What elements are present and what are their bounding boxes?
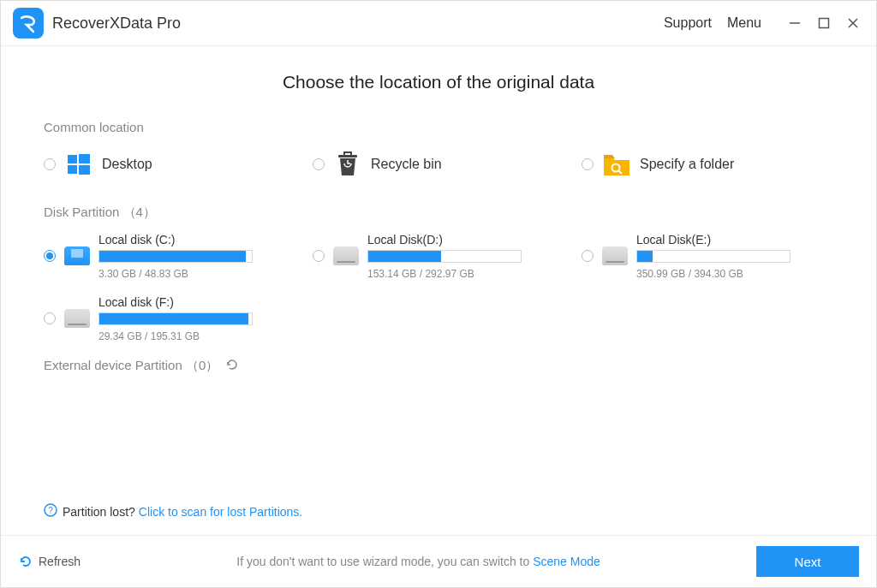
app-title: RecoverXData Pro bbox=[52, 15, 181, 33]
disk-icon-d bbox=[333, 246, 359, 265]
disk-d-name: Local Disk(D:) bbox=[367, 233, 564, 246]
refresh-button[interactable]: Refresh bbox=[18, 554, 81, 569]
radio-folder[interactable] bbox=[582, 158, 594, 170]
desktop-label: Desktop bbox=[102, 157, 152, 172]
folder-label: Specify a folder bbox=[640, 157, 734, 172]
titlebar: RecoverXData Pro Support Menu bbox=[1, 1, 876, 46]
svg-rect-4 bbox=[68, 155, 77, 163]
disk-d-stats: 153.14 GB / 292.97 GB bbox=[367, 268, 564, 280]
disk-f-stats: 29.34 GB / 195.31 GB bbox=[98, 330, 295, 342]
refresh-external-icon[interactable] bbox=[225, 358, 239, 374]
menu-link[interactable]: Menu bbox=[727, 15, 761, 31]
desktop-option[interactable]: Desktop bbox=[44, 146, 295, 182]
radio-disk-e[interactable] bbox=[582, 250, 594, 262]
scene-mode-link[interactable]: Scene Mode bbox=[533, 555, 600, 568]
common-location-row: Desktop Recycle bin Specify a folder bbox=[44, 146, 833, 182]
support-link[interactable]: Support bbox=[664, 15, 712, 31]
recycle-bin-icon bbox=[333, 150, 362, 179]
partition-lost-link[interactable]: Click to scan for lost Partitions. bbox=[139, 505, 302, 519]
section-external-label: External device Partition （0） bbox=[44, 358, 218, 374]
partition-lost-label: Partition lost? bbox=[63, 505, 135, 519]
disk-icon-f bbox=[64, 309, 90, 328]
page-heading: Choose the location of the original data bbox=[44, 72, 833, 92]
disk-icon-e bbox=[602, 246, 628, 265]
svg-rect-7 bbox=[79, 165, 90, 175]
disk-f[interactable]: Local disk (F:) 29.34 GB / 195.31 GB bbox=[44, 295, 295, 342]
svg-rect-5 bbox=[79, 154, 90, 163]
minimize-icon[interactable] bbox=[784, 12, 806, 34]
folder-option[interactable]: Specify a folder bbox=[582, 146, 833, 182]
refresh-label: Refresh bbox=[39, 555, 81, 568]
svg-rect-1 bbox=[820, 19, 829, 28]
next-button[interactable]: Next bbox=[756, 546, 859, 577]
disk-c-bar bbox=[98, 250, 253, 263]
disk-e-stats: 350.99 GB / 394.30 GB bbox=[636, 268, 833, 280]
disk-e-name: Local Disk(E:) bbox=[636, 233, 833, 246]
recycle-label: Recycle bin bbox=[371, 157, 442, 172]
disk-d-bar bbox=[367, 250, 522, 263]
svg-rect-6 bbox=[68, 165, 77, 174]
windows-icon bbox=[64, 150, 93, 179]
radio-disk-d[interactable] bbox=[313, 250, 325, 262]
disk-c-name: Local disk (C:) bbox=[98, 233, 295, 246]
radio-desktop[interactable] bbox=[44, 158, 56, 170]
app-logo-icon bbox=[13, 8, 44, 39]
radio-disk-c[interactable] bbox=[44, 250, 56, 262]
disk-e-bar bbox=[636, 250, 790, 263]
folder-search-icon bbox=[602, 150, 631, 179]
footer: Refresh If you don't want to use wizard … bbox=[1, 535, 876, 587]
disk-placeholder-2 bbox=[582, 295, 833, 342]
disk-row-1: Local disk (C:) 3.30 GB / 48.83 GB Local… bbox=[44, 233, 833, 280]
radio-disk-f[interactable] bbox=[44, 312, 56, 324]
disk-c-stats: 3.30 GB / 48.83 GB bbox=[98, 268, 295, 280]
maximize-icon[interactable] bbox=[813, 12, 835, 34]
disk-c[interactable]: Local disk (C:) 3.30 GB / 48.83 GB bbox=[44, 233, 295, 280]
radio-recycle[interactable] bbox=[313, 158, 325, 170]
disk-d[interactable]: Local Disk(D:) 153.14 GB / 292.97 GB bbox=[313, 233, 564, 280]
close-icon[interactable] bbox=[842, 12, 864, 34]
content-area: Choose the location of the original data… bbox=[1, 46, 876, 495]
disk-icon-c bbox=[64, 246, 90, 265]
partition-lost-row: ? Partition lost? Click to scan for lost… bbox=[1, 495, 876, 535]
svg-rect-8 bbox=[338, 155, 357, 157]
disk-f-bar bbox=[98, 312, 253, 325]
section-common-label: Common location bbox=[44, 120, 833, 134]
help-icon: ? bbox=[44, 503, 57, 520]
app-window: RecoverXData Pro Support Menu Choose the… bbox=[0, 0, 877, 588]
disk-e[interactable]: Local Disk(E:) 350.99 GB / 394.30 GB bbox=[582, 233, 833, 280]
disk-placeholder-1 bbox=[313, 295, 564, 342]
svg-text:?: ? bbox=[48, 506, 53, 515]
disk-f-name: Local disk (F:) bbox=[98, 295, 295, 309]
recycle-option[interactable]: Recycle bin bbox=[313, 146, 564, 182]
disk-row-2: Local disk (F:) 29.34 GB / 195.31 GB bbox=[44, 295, 833, 342]
section-disk-label: Disk Partition （4） bbox=[44, 205, 833, 221]
footer-hint: If you don't want to use wizard mode, yo… bbox=[81, 555, 756, 568]
